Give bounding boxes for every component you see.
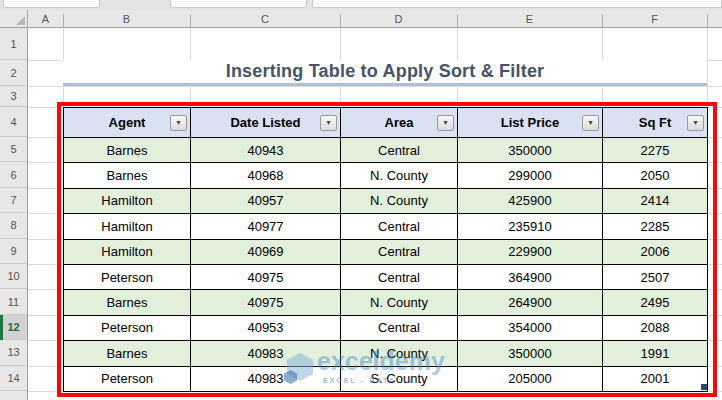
row-header-11[interactable]: 11 (0, 289, 27, 314)
row-header-6[interactable]: 6 (0, 162, 27, 187)
annotation-highlight-border (57, 102, 717, 397)
row-header-14[interactable]: 14 (0, 366, 27, 391)
column-header-separator (457, 14, 458, 27)
title-cell[interactable]: Inserting Table to Apply Sort & Filter (63, 60, 707, 86)
row-header-7[interactable]: 7 (0, 188, 27, 213)
row-header-3[interactable]: 3 (0, 86, 27, 107)
gridline-horizontal (28, 86, 722, 87)
formula-bar-strip (0, 0, 722, 10)
select-all-corner[interactable] (0, 10, 28, 28)
formula-bar-input[interactable] (312, 0, 722, 8)
sheet-title: Inserting Table to Apply Sort & Filter (226, 61, 545, 82)
column-header-F[interactable]: F (602, 10, 707, 27)
row-header-10[interactable]: 10 (0, 264, 27, 289)
excel-worksheet: ABCDEF 1234567891011121314 Inserting Tab… (0, 0, 722, 400)
column-header-D[interactable]: D (340, 10, 457, 27)
active-row-indicator (0, 315, 3, 340)
row-header-5[interactable]: 5 (0, 137, 27, 162)
row-header-2[interactable]: 2 (0, 60, 27, 86)
row-header-12[interactable]: 12 (0, 315, 27, 340)
row-header-1[interactable]: 1 (0, 28, 27, 60)
column-header-B[interactable]: B (63, 10, 190, 27)
insert-function-box[interactable] (170, 0, 307, 8)
name-box[interactable] (3, 0, 100, 8)
column-header-separator (190, 14, 191, 27)
column-header-separator (707, 14, 708, 27)
row-header-13[interactable]: 13 (0, 340, 27, 365)
row-header-8[interactable]: 8 (0, 213, 27, 238)
column-header-separator (63, 14, 64, 27)
column-header-A[interactable]: A (28, 10, 63, 27)
row-header-4[interactable]: 4 (0, 107, 27, 137)
column-header-E[interactable]: E (457, 10, 602, 27)
select-all-triangle-icon (16, 16, 25, 25)
column-header-C[interactable]: C (190, 10, 340, 27)
row-header-9[interactable]: 9 (0, 239, 27, 264)
column-header-separator (602, 14, 603, 27)
column-header-separator (340, 14, 341, 27)
